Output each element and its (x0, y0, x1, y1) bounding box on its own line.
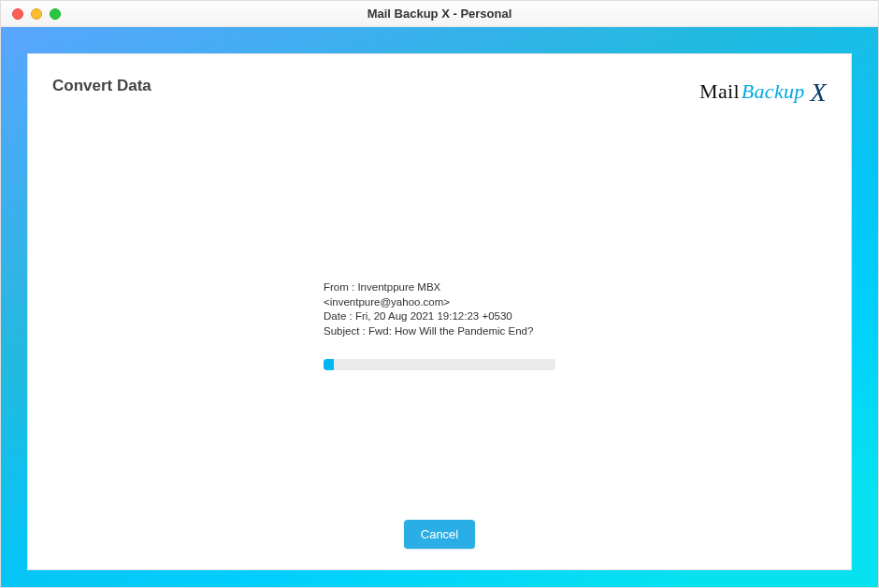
titlebar: Mail Backup X - Personal (1, 1, 878, 27)
cancel-button[interactable]: Cancel (404, 520, 475, 549)
date-line: Date : Fri, 20 Aug 2021 19:12:23 +0530 (324, 309, 555, 324)
subject-line: Subject : Fwd: How Will the Pandemic End… (324, 324, 555, 339)
logo-mail: Mail (699, 79, 740, 104)
window-body: Convert Data MailBackup X From : Inventp… (1, 27, 878, 587)
logo-backup: Backup (742, 79, 805, 104)
close-icon[interactable] (12, 8, 23, 20)
from-line: From : Inventppure MBX <inventpure@yahoo… (324, 280, 555, 309)
maximize-icon[interactable] (50, 8, 61, 20)
logo-x: X (811, 78, 827, 108)
window-controls (1, 8, 61, 20)
minimize-icon[interactable] (31, 8, 42, 20)
progress-bar (324, 359, 555, 370)
app-logo: MailBackup X (699, 75, 827, 105)
main-panel: Convert Data MailBackup X From : Inventp… (27, 53, 852, 570)
bottom-bar: Cancel (28, 520, 851, 549)
current-item-info: From : Inventppure MBX <inventpure@yahoo… (324, 280, 555, 338)
progress-area: From : Inventppure MBX <inventpure@yahoo… (28, 280, 851, 370)
app-window: Mail Backup X - Personal Convert Data Ma… (0, 0, 879, 588)
window-title: Mail Backup X - Personal (1, 7, 878, 21)
progress-fill (324, 359, 334, 370)
